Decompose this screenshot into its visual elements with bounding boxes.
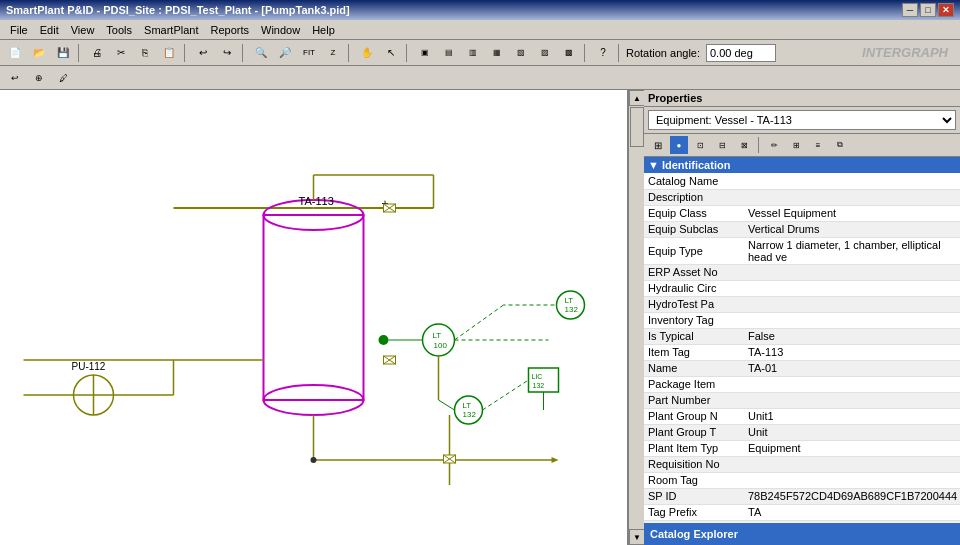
intergraph-logo: INTERGRAPH — [862, 45, 948, 60]
tool5-button[interactable]: ▧ — [510, 43, 532, 63]
equipment-dropdown[interactable]: Equipment: Vessel - TA-113 — [648, 110, 956, 130]
minimize-button[interactable]: ─ — [902, 3, 918, 17]
prop-value-cell[interactable]: Unit — [744, 424, 960, 440]
toolbar-separator-4 — [348, 44, 352, 62]
prop-value-cell[interactable]: Equipment — [744, 440, 960, 456]
menu-reports[interactable]: Reports — [204, 22, 255, 38]
prop-value-cell[interactable] — [744, 296, 960, 312]
svg-text:LT: LT — [433, 331, 442, 340]
tool6-button[interactable]: ▨ — [534, 43, 556, 63]
svg-text:132: 132 — [533, 382, 545, 389]
prop-icon7[interactable]: ≡ — [808, 136, 828, 154]
prop-name-cell: Requisition No — [644, 456, 744, 472]
undo-button[interactable]: ↩ — [192, 43, 214, 63]
scroll-thumb[interactable] — [630, 107, 644, 147]
menu-file[interactable]: File — [4, 22, 34, 38]
prop-value-cell[interactable]: TA-01 — [744, 360, 960, 376]
prop-name-cell: Item Tag — [644, 344, 744, 360]
menu-tools[interactable]: Tools — [100, 22, 138, 38]
prop-icon8[interactable]: ⧉ — [830, 136, 850, 154]
properties-table: ▼ Identification Catalog Name Descriptio… — [644, 157, 960, 523]
prop-icon4[interactable]: ⊠ — [734, 136, 754, 154]
pan-button[interactable]: ✋ — [356, 43, 378, 63]
menu-help[interactable]: Help — [306, 22, 341, 38]
menu-smartplant[interactable]: SmartPlant — [138, 22, 204, 38]
tool4-button[interactable]: ▦ — [486, 43, 508, 63]
save-button[interactable]: 💾 — [52, 43, 74, 63]
paste-button[interactable]: 📋 — [158, 43, 180, 63]
drawing-canvas[interactable]: TA-113 + PU-112 — [0, 90, 628, 545]
prop-value-cell[interactable] — [744, 173, 960, 189]
toolbar-separator-3 — [242, 44, 246, 62]
cut-button[interactable]: ✂ — [110, 43, 132, 63]
prop-value-cell[interactable] — [744, 456, 960, 472]
open-button[interactable]: 📂 — [28, 43, 50, 63]
tool3-button[interactable]: ▥ — [462, 43, 484, 63]
prop-expand-button[interactable]: ⊞ — [648, 136, 668, 154]
prop-value-cell[interactable]: False — [744, 328, 960, 344]
zoom-window-button[interactable]: Z — [322, 43, 344, 63]
prop-value-cell[interactable]: TA — [744, 504, 960, 520]
table-row: Item Tag TA-113 — [644, 344, 960, 360]
tb2-btn1[interactable]: ↩ — [4, 68, 26, 88]
prop-value-cell[interactable] — [744, 280, 960, 296]
prop-value-cell[interactable] — [744, 264, 960, 280]
prop-icon2[interactable]: ⊡ — [690, 136, 710, 154]
svg-rect-0 — [4, 90, 624, 545]
drawing-section: TA-113 + PU-112 — [0, 90, 644, 545]
copy-button[interactable]: ⎘ — [134, 43, 156, 63]
scroll-up-button[interactable]: ▲ — [629, 90, 645, 106]
titlebar: SmartPlant P&ID - PDSI_Site : PDSI_Test_… — [0, 0, 960, 20]
maximize-button[interactable]: □ — [920, 3, 936, 17]
prop-value-cell[interactable] — [744, 472, 960, 488]
prop-icon1[interactable]: ● — [670, 136, 688, 154]
prop-name-cell: Room Tag — [644, 472, 744, 488]
table-row: Plant Group N Unit1 — [644, 408, 960, 424]
tool7-button[interactable]: ▩ — [558, 43, 580, 63]
scroll-track[interactable] — [629, 106, 644, 529]
properties-header: Properties — [644, 90, 960, 107]
prop-icon5[interactable]: ✏ — [764, 136, 784, 154]
window-controls: ─ □ ✕ — [902, 3, 954, 17]
tb2-btn2[interactable]: ⊕ — [28, 68, 50, 88]
menu-view[interactable]: View — [65, 22, 101, 38]
prop-value-cell[interactable]: Unit1 — [744, 408, 960, 424]
prop-value-cell[interactable] — [744, 376, 960, 392]
scroll-down-button[interactable]: ▼ — [629, 529, 645, 545]
prop-value-cell[interactable]: 78B245F572CD4D69AB689CF1B7200444 — [744, 488, 960, 504]
help-button[interactable]: ? — [592, 43, 614, 63]
catalog-explorer[interactable]: Catalog Explorer — [644, 523, 960, 545]
prop-value-cell[interactable] — [744, 392, 960, 408]
prop-value-cell[interactable] — [744, 189, 960, 205]
properties-table-container[interactable]: ▼ Identification Catalog Name Descriptio… — [644, 157, 960, 523]
tb2-btn3[interactable]: 🖊 — [52, 68, 74, 88]
zoom-in-button[interactable]: 🔍 — [250, 43, 272, 63]
svg-text:PU-112: PU-112 — [72, 361, 106, 372]
prop-icon3[interactable]: ⊟ — [712, 136, 732, 154]
rotation-input[interactable] — [706, 44, 776, 62]
tool2-button[interactable]: ▤ — [438, 43, 460, 63]
drawing-vertical-scrollbar[interactable]: ▲ ▼ — [628, 90, 644, 545]
zoom-out-button[interactable]: 🔎 — [274, 43, 296, 63]
menu-window[interactable]: Window — [255, 22, 306, 38]
prop-icon6[interactable]: ⊞ — [786, 136, 806, 154]
select-button[interactable]: ↖ — [380, 43, 402, 63]
zoom-fit-button[interactable]: FIT — [298, 43, 320, 63]
prop-value-cell[interactable]: Vessel Equipment — [744, 205, 960, 221]
table-row: Inventory Tag — [644, 312, 960, 328]
tool1-button[interactable]: ▣ — [414, 43, 436, 63]
table-row: ERP Asset No — [644, 264, 960, 280]
table-row: Part Number — [644, 392, 960, 408]
table-row: HydroTest Pa — [644, 296, 960, 312]
prop-value-cell[interactable]: TA-113 — [744, 344, 960, 360]
print-button[interactable]: 🖨 — [86, 43, 108, 63]
menu-edit[interactable]: Edit — [34, 22, 65, 38]
prop-value-cell[interactable]: Vertical Drums — [744, 221, 960, 237]
prop-value-cell[interactable] — [744, 312, 960, 328]
prop-name-cell: Plant Item Typ — [644, 440, 744, 456]
redo-button[interactable]: ↪ — [216, 43, 238, 63]
close-button[interactable]: ✕ — [938, 3, 954, 17]
svg-text:LIC: LIC — [532, 373, 543, 380]
prop-value-cell[interactable]: Narrow 1 diameter, 1 chamber, elliptical… — [744, 237, 960, 264]
new-button[interactable]: 📄 — [4, 43, 26, 63]
